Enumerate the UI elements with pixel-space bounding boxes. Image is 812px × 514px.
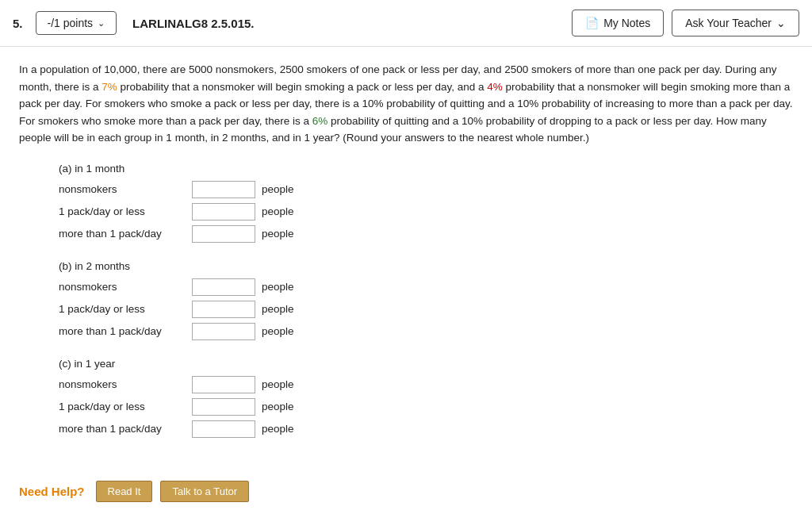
row-c-nonsmokers: nonsmokers people xyxy=(59,376,793,393)
problem-text: In a population of 10,000, there are 500… xyxy=(19,61,793,147)
label-b-one-pack: 1 pack/day or less xyxy=(59,303,186,315)
highlight-4pct: 4% xyxy=(487,81,503,93)
my-notes-label: My Notes xyxy=(603,17,650,29)
input-a-one-pack[interactable] xyxy=(192,203,255,221)
input-c-more-pack[interactable] xyxy=(192,420,255,438)
unit-c-one-pack: people xyxy=(262,401,294,412)
ask-teacher-label: Ask Your Teacher xyxy=(685,17,772,29)
chevron-down-icon: ⌄ xyxy=(98,18,105,29)
points-label: -/1 points xyxy=(48,17,94,29)
input-b-one-pack[interactable] xyxy=(192,301,255,318)
footer-bar: Need Help? Read It Talk to a Tutor xyxy=(0,471,812,512)
row-a-nonsmokers: nonsmokers people xyxy=(59,181,793,198)
unit-b-more-pack: people xyxy=(262,325,294,337)
unit-b-nonsmokers: people xyxy=(262,281,294,293)
row-b-one-pack: 1 pack/day or less people xyxy=(59,301,793,318)
read-it-button[interactable]: Read It xyxy=(96,481,153,502)
label-c-one-pack: 1 pack/day or less xyxy=(59,401,186,412)
header-right: 📄 My Notes Ask Your Teacher ⌄ xyxy=(572,10,799,36)
chevron-down-icon: ⌄ xyxy=(776,17,786,29)
row-c-more-pack: more than 1 pack/day people xyxy=(59,420,793,438)
unit-c-nonsmokers: people xyxy=(262,378,294,390)
unit-a-more-pack: people xyxy=(262,228,294,240)
highlight-7pct: 7% xyxy=(102,81,117,93)
row-a-one-pack: 1 pack/day or less people xyxy=(59,203,793,221)
highlight-6pct: 6% xyxy=(312,115,328,127)
unit-b-one-pack: people xyxy=(262,303,294,315)
label-b-more-pack: more than 1 pack/day xyxy=(59,325,186,337)
input-b-more-pack[interactable] xyxy=(192,323,255,340)
section-b: (b) in 2 months nonsmokers people 1 pack… xyxy=(19,260,793,340)
row-a-more-pack: more than 1 pack/day people xyxy=(59,225,793,243)
talk-tutor-button[interactable]: Talk to a Tutor xyxy=(160,481,249,502)
label-a-one-pack: 1 pack/day or less xyxy=(59,205,186,217)
question-number: 5. xyxy=(13,17,23,30)
unit-c-more-pack: people xyxy=(262,423,294,435)
doc-icon: 📄 xyxy=(585,17,599,29)
need-help-label: Need Help? xyxy=(19,485,85,498)
input-c-nonsmokers[interactable] xyxy=(192,376,255,393)
points-button[interactable]: -/1 points ⌄ xyxy=(36,11,117,35)
section-b-label: (b) in 2 months xyxy=(59,260,793,272)
question-id: LARLINALG8 2.5.015. xyxy=(132,17,254,30)
input-a-nonsmokers[interactable] xyxy=(192,181,255,198)
input-b-nonsmokers[interactable] xyxy=(192,278,255,296)
section-c: (c) in 1 year nonsmokers people 1 pack/d… xyxy=(19,358,793,438)
ask-teacher-button[interactable]: Ask Your Teacher ⌄ xyxy=(672,10,799,36)
row-c-one-pack: 1 pack/day or less people xyxy=(59,398,793,416)
row-b-more-pack: more than 1 pack/day people xyxy=(59,323,793,340)
header-bar: 5. -/1 points ⌄ LARLINALG8 2.5.015. 📄 My… xyxy=(0,0,812,47)
label-c-more-pack: more than 1 pack/day xyxy=(59,423,186,435)
label-c-nonsmokers: nonsmokers xyxy=(59,378,186,390)
content-area: In a population of 10,000, there are 500… xyxy=(0,47,812,465)
label-b-nonsmokers: nonsmokers xyxy=(59,281,186,293)
text-part-2: probability that a nonsmoker will begin … xyxy=(117,81,488,93)
input-a-more-pack[interactable] xyxy=(192,225,255,243)
section-a-label: (a) in 1 month xyxy=(59,163,793,175)
label-a-more-pack: more than 1 pack/day xyxy=(59,228,186,240)
my-notes-button[interactable]: 📄 My Notes xyxy=(572,10,664,36)
input-c-one-pack[interactable] xyxy=(192,398,255,416)
section-a: (a) in 1 month nonsmokers people 1 pack/… xyxy=(19,163,793,243)
label-a-nonsmokers: nonsmokers xyxy=(59,183,186,195)
unit-a-one-pack: people xyxy=(262,205,294,217)
unit-a-nonsmokers: people xyxy=(262,183,294,195)
row-b-nonsmokers: nonsmokers people xyxy=(59,278,793,296)
section-c-label: (c) in 1 year xyxy=(59,358,793,370)
